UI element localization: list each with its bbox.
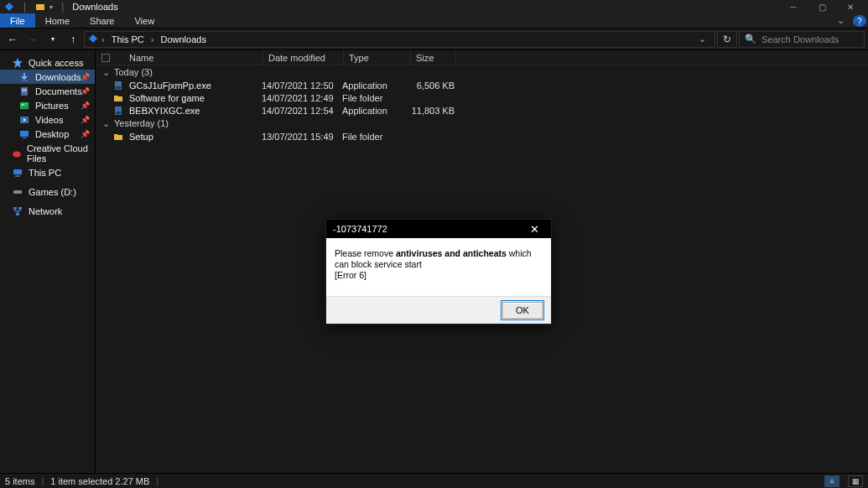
- column-date[interactable]: Date modified: [263, 50, 344, 65]
- file-row[interactable]: GCsJ1uFjxmPp.exe14/07/2021 12:50Applicat…: [96, 79, 868, 91]
- tab-file[interactable]: File: [0, 13, 35, 28]
- creative-cloud-icon: [12, 148, 22, 159]
- file-name: Setup: [129, 132, 153, 142]
- sidebar-label: Videos: [35, 115, 63, 125]
- sidebar-downloads[interactable]: Downloads 📌: [0, 70, 95, 84]
- breadcrumb-this-pc[interactable]: This PC: [108, 34, 148, 44]
- sidebar-label: Quick access: [29, 58, 83, 68]
- search-icon: 🔍: [745, 34, 756, 44]
- chevron-right-icon[interactable]: ›: [151, 34, 154, 44]
- svg-point-12: [13, 151, 21, 157]
- tab-home[interactable]: Home: [35, 13, 80, 28]
- sidebar-network[interactable]: Network: [0, 204, 95, 218]
- dialog-title: -1073741772: [333, 224, 387, 234]
- file-type: File folder: [342, 93, 409, 103]
- network-icon: [12, 205, 23, 217]
- tab-view[interactable]: View: [124, 13, 164, 28]
- quick-access-icon[interactable]: [34, 1, 46, 13]
- file-date: 14/07/2021 12:49: [262, 93, 342, 103]
- file-type: Application: [342, 106, 409, 116]
- svg-rect-14: [15, 175, 20, 177]
- pin-icon: 📌: [81, 73, 90, 81]
- dialog-text-bold: antiviruses and anticheats: [396, 248, 507, 258]
- sidebar-label: Network: [29, 206, 62, 216]
- forward-button[interactable]: →: [23, 30, 42, 49]
- pin-icon: 📌: [81, 130, 90, 138]
- separator: |: [61, 1, 64, 13]
- file-row[interactable]: Setup13/07/2021 15:49File folder: [96, 130, 868, 143]
- status-item-count: 5 items: [5, 476, 34, 486]
- svg-rect-10: [20, 131, 29, 137]
- sidebar-pictures[interactable]: Pictures 📌: [0, 98, 95, 112]
- column-checkbox[interactable]: [96, 50, 111, 65]
- sidebar-desktop[interactable]: Desktop 📌: [0, 127, 95, 141]
- minimize-button[interactable]: ─: [779, 0, 808, 13]
- dialog-body: Please remove antiviruses and anticheats…: [326, 238, 551, 296]
- column-size[interactable]: Size: [411, 50, 456, 65]
- ribbon-expand-icon[interactable]: ⌄: [830, 13, 851, 28]
- sidebar-videos[interactable]: Videos 📌: [0, 112, 95, 127]
- column-name[interactable]: Name: [111, 50, 263, 65]
- address-bar[interactable]: › This PC › Downloads ⌄: [84, 31, 715, 48]
- sidebar-label: Pictures: [35, 101, 69, 111]
- file-name: GCsJ1uFjxmPp.exe: [129, 80, 211, 91]
- pin-icon: 📌: [81, 116, 90, 124]
- dialog-close-button[interactable]: ✕: [524, 220, 544, 238]
- dropdown-icon[interactable]: ▾: [49, 3, 53, 11]
- window-controls: ─ ▢ ✕: [779, 0, 865, 13]
- svg-rect-21: [116, 86, 121, 89]
- svg-marker-1: [13, 58, 23, 68]
- sidebar-quick-access[interactable]: Quick access: [0, 55, 95, 70]
- sidebar-games-drive[interactable]: Games (D:): [0, 184, 95, 199]
- close-button[interactable]: ✕: [836, 0, 865, 13]
- group-today[interactable]: ⌄ Today (3): [96, 65, 868, 79]
- search-box[interactable]: 🔍 Search Downloads: [739, 31, 865, 48]
- desktop-icon: [18, 128, 30, 140]
- group-yesterday[interactable]: ⌄ Yesterday (1): [96, 117, 868, 130]
- file-name: BEBXYIXGC.exe: [129, 106, 200, 116]
- sidebar-label: Games (D:): [29, 187, 76, 197]
- dialog-title-bar[interactable]: -1073741772 ✕: [326, 220, 551, 238]
- svg-point-16: [19, 191, 21, 193]
- documents-icon: [18, 86, 30, 97]
- exe-icon: [112, 80, 124, 91]
- up-button[interactable]: ↑: [64, 30, 82, 49]
- breadcrumb-downloads[interactable]: Downloads: [157, 34, 209, 44]
- history-dropdown-icon[interactable]: ▾: [44, 30, 62, 49]
- svg-rect-23: [116, 112, 121, 114]
- title-bar-left: | ▾ | Downloads: [3, 1, 118, 13]
- view-details-button[interactable]: ≡: [824, 475, 839, 487]
- error-dialog: -1073741772 ✕ Please remove antiviruses …: [325, 219, 552, 324]
- view-icons-button[interactable]: ▦: [848, 475, 863, 487]
- file-row[interactable]: Software for game14/07/2021 12:49File fo…: [96, 91, 868, 104]
- svg-rect-18: [18, 207, 22, 210]
- sidebar-creative-cloud[interactable]: Creative Cloud Files: [0, 146, 95, 160]
- chevron-right-icon[interactable]: ›: [101, 34, 105, 44]
- separator: |: [41, 476, 44, 486]
- tab-share[interactable]: Share: [80, 13, 124, 28]
- title-bar: | ▾ | Downloads ─ ▢ ✕: [0, 0, 868, 13]
- dialog-footer: OK: [326, 296, 551, 324]
- sidebar-label: This PC: [29, 168, 61, 178]
- search-placeholder: Search Downloads: [761, 34, 839, 44]
- drive-icon: [12, 186, 23, 198]
- status-selection: 1 item selected 2.27 MB: [50, 476, 149, 486]
- file-date: 13/07/2021 15:49: [262, 132, 342, 142]
- caret-down-icon: ⌄: [102, 67, 111, 78]
- dialog-ok-button[interactable]: OK: [502, 302, 543, 319]
- back-button[interactable]: ←: [3, 30, 22, 49]
- maximize-button[interactable]: ▢: [808, 0, 836, 13]
- svg-rect-4: [22, 89, 27, 90]
- refresh-button[interactable]: ↻: [717, 31, 737, 48]
- sidebar-this-pc[interactable]: This PC: [0, 165, 95, 179]
- help-icon[interactable]: ?: [853, 15, 866, 27]
- file-row[interactable]: BEBXYIXGC.exe14/07/2021 12:54Application…: [96, 104, 868, 117]
- file-date: 14/07/2021 12:50: [262, 80, 342, 91]
- column-headers: Name Date modified Type Size: [96, 50, 868, 65]
- sidebar-documents[interactable]: Documents 📌: [0, 84, 95, 98]
- videos-icon: [18, 114, 30, 126]
- app-icon: [3, 1, 15, 13]
- ribbon-tabs: File Home Share View ⌄ ?: [0, 13, 868, 29]
- address-dropdown-icon[interactable]: ⌄: [694, 34, 711, 44]
- column-type[interactable]: Type: [344, 50, 411, 65]
